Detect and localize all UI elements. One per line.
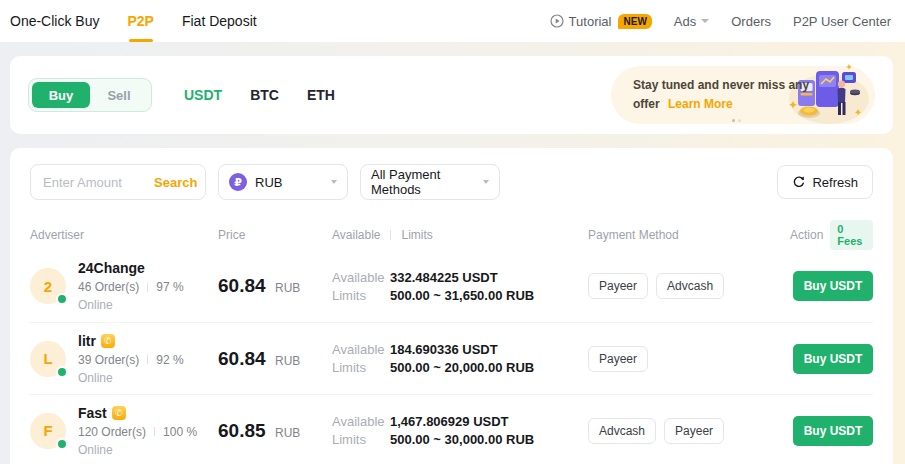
price-cell: 60.84 RUB xyxy=(218,348,332,370)
p2p-trading-screen: One-Click Buy P2P Fiat Deposit Tutorial … xyxy=(0,0,905,464)
advertiser-cell: L litr ✆ 39 Order(s) 92 % Online xyxy=(30,333,218,385)
available-label: Available xyxy=(332,414,390,429)
ads-label: Ads xyxy=(674,14,696,29)
payment-methods: AdvcashPayeer xyxy=(588,418,790,444)
online-status-dot xyxy=(56,438,68,450)
advertiser-stats: 46 Order(s) 97 % xyxy=(78,280,184,294)
action-label: Action xyxy=(790,228,823,242)
refresh-button[interactable]: Refresh xyxy=(777,165,873,199)
advertiser-name[interactable]: Fast xyxy=(78,405,107,421)
payment-method-chip: Payeer xyxy=(588,273,648,299)
action-cell: Buy USDT xyxy=(793,344,873,374)
header-payment-method: Payment Method xyxy=(588,228,790,242)
avatar-letter: L xyxy=(43,350,52,367)
price-value: 60.84 xyxy=(218,348,266,369)
ads-menu[interactable]: Ads xyxy=(674,14,709,29)
new-badge: NEW xyxy=(618,14,651,29)
avatar-letter: F xyxy=(43,422,52,439)
buy-usdt-button[interactable]: Buy USDT xyxy=(793,344,873,374)
amount-input[interactable] xyxy=(31,175,141,190)
offer-row: F Fast ✆ 120 Order(s) 100 % Online 60.85… xyxy=(30,394,873,464)
zero-fees-badge: 0 Fees xyxy=(830,220,873,250)
coin-tab-usdt[interactable]: USDT xyxy=(184,87,222,103)
amount-search-group: Search xyxy=(30,164,206,200)
online-status-label: Online xyxy=(78,371,184,385)
top-nav-links: Tutorial NEW Ads Orders P2P User Center xyxy=(550,14,891,29)
tutorial-label: Tutorial xyxy=(569,14,612,29)
divider xyxy=(390,230,391,240)
buy-usdt-button[interactable]: Buy USDT xyxy=(793,416,873,446)
promo-banner[interactable]: Stay tuned and never miss any offer Lear… xyxy=(611,66,875,124)
available-label: Available xyxy=(332,270,390,285)
search-button[interactable]: Search xyxy=(141,175,210,190)
refresh-label: Refresh xyxy=(812,175,858,190)
payment-methods: PayeerAdvcash xyxy=(588,273,790,299)
top-nav: One-Click Buy P2P Fiat Deposit Tutorial … xyxy=(0,0,905,42)
advertiser-avatar[interactable]: L xyxy=(30,341,66,377)
avatar-letter: 2 xyxy=(44,278,52,295)
price-cell: 60.84 RUB xyxy=(218,275,332,297)
online-status-label: Online xyxy=(78,443,197,457)
offers-list: 2 24Change 46 Order(s) 97 % Online 60.84… xyxy=(30,250,873,464)
limits-value: 500.00 ~ 20,000.00 RUB xyxy=(390,360,534,375)
limits-label: Limits xyxy=(332,432,390,447)
chevron-down-icon xyxy=(701,19,709,23)
offers-table-header: Advertiser Price Available Limits Paymen… xyxy=(30,220,873,250)
price-value: 60.84 xyxy=(218,275,266,296)
learn-more-link[interactable]: Learn More xyxy=(668,97,733,111)
advertiser-stats: 39 Order(s) 92 % xyxy=(78,353,184,367)
offer-row: L litr ✆ 39 Order(s) 92 % Online 60.84 R… xyxy=(30,322,873,394)
divider xyxy=(147,283,148,292)
banner-dot-active[interactable] xyxy=(732,119,735,122)
payment-method-chip: Advcash xyxy=(656,273,724,299)
promo-line2: offer xyxy=(633,97,660,111)
price-cell: 60.85 RUB xyxy=(218,420,332,442)
user-center-label: P2P User Center xyxy=(793,14,891,29)
refresh-icon xyxy=(792,175,806,189)
verified-badge-icon: ✆ xyxy=(101,334,115,348)
header-available: Available xyxy=(332,228,380,242)
header-price: Price xyxy=(218,228,332,242)
online-status-dot xyxy=(56,366,68,378)
price-currency: RUB xyxy=(275,354,300,368)
p2p-user-center-link[interactable]: P2P User Center xyxy=(793,14,891,29)
price-value: 60.85 xyxy=(218,420,266,441)
advertiser-name[interactable]: litr xyxy=(78,333,96,349)
buy-sell-toggle: Buy Sell xyxy=(28,78,152,112)
advertiser-name[interactable]: 24Change xyxy=(78,260,145,276)
sell-toggle-button[interactable]: Sell xyxy=(90,82,148,108)
advertiser-avatar[interactable]: 2 xyxy=(30,268,66,304)
coin-tab-eth[interactable]: ETH xyxy=(307,87,335,103)
banner-dots[interactable] xyxy=(732,119,741,122)
trade-mode-card: Buy Sell USDT BTC ETH Stay tuned and nev… xyxy=(10,56,893,134)
payment-method-chip: Payeer xyxy=(664,418,724,444)
completion-rate: 92 % xyxy=(156,353,183,367)
banner-dot[interactable] xyxy=(738,119,741,122)
online-status-label: Online xyxy=(78,298,184,312)
advertiser-avatar[interactable]: F xyxy=(30,413,66,449)
header-action: Action 0 Fees xyxy=(790,220,873,250)
buy-usdt-button[interactable]: Buy USDT xyxy=(793,271,873,301)
orders-link[interactable]: Orders xyxy=(731,14,771,29)
currency-code: RUB xyxy=(255,175,282,190)
payment-method-select[interactable]: All Payment Methods xyxy=(360,164,500,200)
limits-label: Limits xyxy=(332,360,390,375)
price-currency: RUB xyxy=(275,426,300,440)
available-limits-cell: Available 184.690336 USDT Limits 500.00 … xyxy=(332,339,588,378)
coin-tab-btc[interactable]: BTC xyxy=(250,87,279,103)
tab-p2p[interactable]: P2P xyxy=(127,0,153,42)
coin-tabs: USDT BTC ETH xyxy=(184,87,335,103)
available-value: 184.690336 USDT xyxy=(390,342,498,357)
payment-methods: Payeer xyxy=(588,346,790,372)
tab-fiat-deposit[interactable]: Fiat Deposit xyxy=(182,0,257,42)
advertiser-info: litr ✆ 39 Order(s) 92 % Online xyxy=(78,333,184,385)
chevron-down-icon xyxy=(483,180,489,184)
currency-select[interactable]: ₽ RUB xyxy=(218,164,348,200)
tutorial-link[interactable]: Tutorial NEW xyxy=(550,14,652,29)
action-cell: Buy USDT xyxy=(793,271,873,301)
buy-toggle-button[interactable]: Buy xyxy=(32,82,90,108)
available-limits-cell: Available 332.484225 USDT Limits 500.00 … xyxy=(332,267,588,306)
completion-rate: 100 % xyxy=(163,425,197,439)
tab-one-click-buy[interactable]: One-Click Buy xyxy=(10,0,99,42)
order-count: 120 Order(s) xyxy=(78,425,146,439)
